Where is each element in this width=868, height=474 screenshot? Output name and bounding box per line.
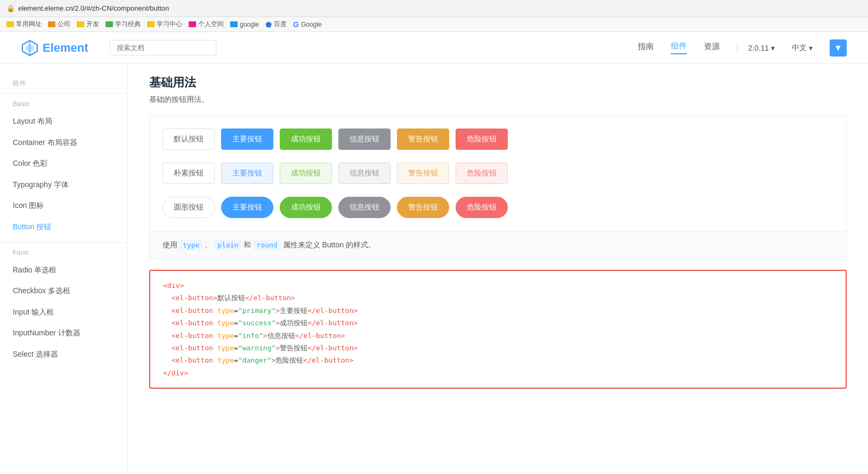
divider (0, 93, 127, 94)
folder-icon (48, 21, 55, 27)
code-tag-plain: plain (214, 240, 241, 250)
logo[interactable]: Element (21, 39, 88, 57)
nav-lang[interactable]: 中文 ▾ (792, 43, 813, 53)
button-row-round: 圆形按钮 主要按钮 成功按钮 信息按钮 警告按钮 危险按钮 (163, 197, 833, 218)
browser-bar: 🔒 element.eleme.cn/2.0/#/zh-CN/component… (0, 0, 868, 17)
desc-suffix: 属性来定义 Button 的样式。 (283, 240, 376, 250)
bookmark-label: google (240, 21, 259, 28)
button-row-normal: 默认按钮 主要按钮 成功按钮 信息按钮 警告按钮 危险按钮 (163, 128, 833, 150)
btn-info[interactable]: 信息按钮 (338, 128, 391, 150)
folder-icon (6, 21, 14, 27)
bookmark-label: 开发 (86, 20, 99, 29)
search-box[interactable] (110, 40, 216, 55)
nav-blue-button[interactable]: ▼ (830, 39, 847, 57)
sidebar-basic-title: Basic (0, 96, 127, 111)
desc-sep1: 、 (205, 240, 212, 250)
sidebar-item-layout[interactable]: Layout 布局 (0, 111, 127, 132)
bookmarks-bar: 常用网址 公司 开发 学习经典 学习中心 个人空间 google ⬟ 百度 G … (0, 17, 868, 32)
page-desc: 基础的按钮用法。 (149, 95, 847, 105)
sidebar-item-icon[interactable]: Icon 图标 (0, 195, 127, 216)
baidu-icon: ⬟ (265, 20, 272, 29)
bookmark-changyon[interactable]: 常用网址 (6, 20, 42, 29)
code-line-6: <el-button type="warning">警告按钮</el-butto… (163, 342, 833, 354)
btn-plain-info[interactable]: 信息按钮 (338, 163, 391, 184)
btn-plain-success[interactable]: 成功按钮 (280, 163, 332, 184)
logo-text: Element (43, 41, 88, 55)
nav-resource[interactable]: 资源 (704, 42, 720, 54)
sidebar-component-title: 组件 (0, 75, 127, 91)
button-row-plain: 朴素按钮 主要按钮 成功按钮 信息按钮 警告按钮 危险按钮 (163, 163, 833, 184)
bookmark-personal[interactable]: 个人空间 (189, 20, 224, 29)
btn-round-warning[interactable]: 警告按钮 (397, 197, 449, 218)
sidebar-item-typography[interactable]: Typography 字体 (0, 174, 127, 196)
btn-warning[interactable]: 警告按钮 (397, 128, 449, 150)
sidebar-item-select[interactable]: Select 选择器 (0, 344, 127, 365)
btn-round-info[interactable]: 信息按钮 (338, 197, 391, 218)
sidebar-item-color[interactable]: Color 色彩 (0, 153, 127, 174)
folder-icon (230, 21, 238, 27)
nav-version[interactable]: 2.0.11 ▾ (737, 44, 775, 52)
sidebar-item-input[interactable]: Input 输入框 (0, 302, 127, 323)
sidebar: 组件 Basic Layout 布局 Container 布局容器 Color … (0, 64, 128, 474)
search-input[interactable] (110, 40, 216, 55)
btn-plain-default[interactable]: 朴素按钮 (163, 163, 215, 184)
btn-round-default[interactable]: 圆形按钮 (163, 197, 215, 218)
sidebar-item-radio[interactable]: Radio 单选框 (0, 260, 127, 281)
btn-primary[interactable]: 主要按钮 (221, 128, 273, 150)
bookmark-label: 学习中心 (157, 20, 182, 29)
main-layout: 组件 Basic Layout 布局 Container 布局容器 Color … (0, 64, 868, 474)
description-block: 使用 type 、 plain 和 round 属性来定义 Button 的样式… (150, 231, 846, 259)
code-line-4: <el-button type="success">成功按钮</el-butto… (163, 317, 833, 329)
main-content: 基础用法 基础的按钮用法。 默认按钮 主要按钮 成功按钮 信息按钮 警告按钮 危… (128, 64, 868, 474)
btn-plain-danger[interactable]: 危险按钮 (456, 163, 508, 184)
btn-danger[interactable]: 危险按钮 (456, 128, 508, 150)
google-icon: G (293, 20, 299, 29)
btn-success[interactable]: 成功按钮 (280, 128, 332, 150)
bookmark-label: 公司 (58, 20, 70, 29)
bookmark-label: 百度 (274, 20, 287, 29)
bookmark-google[interactable]: G Google (293, 20, 322, 29)
folder-icon (189, 21, 196, 27)
sidebar-item-inputnumber[interactable]: InputNumber 计数器 (0, 323, 127, 344)
btn-default[interactable]: 默认按钮 (163, 128, 215, 150)
nav-guide[interactable]: 指南 (638, 42, 654, 54)
code-line-1: <div> (163, 279, 833, 292)
bookmark-dev[interactable]: 开发 (77, 20, 99, 29)
sidebar-item-checkbox[interactable]: Checkbox 多选框 (0, 280, 127, 302)
bookmark-google-en[interactable]: google (230, 21, 259, 28)
code-tag-type: type (180, 240, 202, 250)
desc-sep2: 和 (244, 240, 251, 250)
folder-icon (77, 21, 84, 27)
code-line-3: <el-button type="primary">主要按钮</el-butto… (163, 304, 833, 317)
btn-round-success[interactable]: 成功按钮 (280, 197, 332, 218)
demo-buttons-area: 默认按钮 主要按钮 成功按钮 信息按钮 警告按钮 危险按钮 朴素按钮 主要按钮 … (150, 116, 846, 231)
sidebar-item-button[interactable]: Button 按钮 (0, 216, 127, 238)
bookmark-label: 个人空间 (198, 20, 224, 29)
sidebar-item-container[interactable]: Container 布局容器 (0, 132, 127, 154)
nav-component[interactable]: 组件 (671, 41, 687, 54)
folder-icon (106, 21, 113, 27)
bookmark-label: Google (301, 21, 322, 28)
code-line-8: </div> (163, 367, 833, 379)
code-line-7: <el-button type="danger">危险按钮</el-button… (163, 354, 833, 366)
sidebar-form-title: Form (0, 245, 127, 260)
bookmark-classic[interactable]: 学习经典 (106, 20, 141, 29)
desc-prefix: 使用 (163, 240, 177, 250)
divider (0, 242, 127, 243)
page-title: 基础用法 (149, 75, 847, 91)
chevron-down-icon: ▾ (809, 44, 813, 52)
bookmark-label: 常用网址 (16, 20, 42, 29)
btn-round-danger[interactable]: 危险按钮 (456, 197, 508, 218)
chevron-down-icon: ▾ (771, 44, 775, 52)
btn-plain-warning[interactable]: 警告按钮 (397, 163, 449, 184)
bookmark-baidu[interactable]: ⬟ 百度 (265, 20, 287, 29)
btn-round-primary[interactable]: 主要按钮 (221, 197, 273, 218)
folder-icon (147, 21, 155, 27)
bookmark-company[interactable]: 公司 (48, 20, 70, 29)
code-block: <div> <el-button>默认按钮</el-button> <el-bu… (149, 270, 847, 389)
site-header: Element 指南 组件 资源 2.0.11 ▾ 中文 ▾ ▼ (0, 32, 868, 64)
code-line-2: <el-button>默认按钮</el-button> (163, 292, 833, 304)
bookmark-center[interactable]: 学习中心 (147, 20, 182, 29)
btn-plain-primary[interactable]: 主要按钮 (221, 163, 273, 184)
code-tag-round: round (253, 240, 280, 250)
